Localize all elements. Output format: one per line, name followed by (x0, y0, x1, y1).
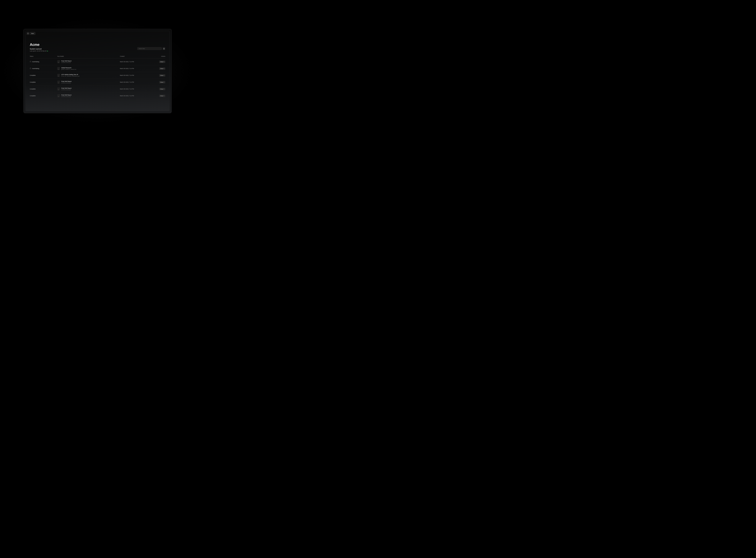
file-meta: Final HMI Reportc2345f1cdcb0.pdf (61, 87, 72, 91)
table-body: AssimilatingPDFFinal HMI Reportc2345f1cd… (30, 58, 165, 99)
file-name: Global Research (61, 67, 76, 69)
status-label: Complete (30, 88, 36, 90)
created-cell: March 28 2023, 7:14 PM (120, 88, 153, 90)
table-row: AssimilatingXLSGlobal Researchglobal_res… (30, 65, 165, 72)
show-button[interactable]: Show (159, 74, 165, 77)
file-name: Final HMI Report (61, 60, 72, 62)
show-button[interactable]: Show (159, 88, 165, 90)
file-icon: PDF (57, 60, 60, 63)
file-subname: global_research_defined.xls (61, 69, 76, 70)
panel-inner: Back Acme System synced Last synch: 10:4… (25, 31, 170, 111)
details-cell: PDFFinal HMI Reportc2345f1cdcb0.pdf (57, 60, 120, 63)
show-button[interactable]: Show (159, 81, 165, 83)
show-button[interactable]: Show (159, 61, 165, 63)
sync-time-label: Last synch: 10:49 PM Mar 28 (30, 50, 47, 52)
file-meta: UTP Vehicle Setting Test JPUT14_JP_SetTe… (61, 74, 80, 77)
details-cell: PDFFinal HMI Reportc2345f1cdcb0.pdf (57, 87, 120, 91)
file-subname: c2345f1cdcb0.pdf (61, 62, 72, 63)
show-button[interactable]: Show (159, 95, 165, 97)
sync-time-row: Last synch: 10:49 PM Mar 28 (30, 50, 48, 52)
file-icon: PDF (57, 87, 60, 91)
upload-button[interactable] (163, 47, 165, 50)
status-label: Complete (30, 75, 36, 76)
file-table: Status Key Details Created Actions Assim… (30, 55, 165, 99)
created-cell: March 28 2023, 7:14 PM (120, 81, 153, 83)
sync-status: System synced (30, 48, 48, 50)
actions-cell: Show (153, 95, 165, 97)
created-cell: March 28 2023, 7:14 PM (120, 75, 153, 76)
file-subname: UT14_JP_SetTest_Finalreport.pdf (61, 76, 80, 77)
status-cell: Complete (30, 81, 57, 83)
spinner-icon (30, 61, 31, 62)
created-cell: March 28 2023, 7:14 PM (120, 61, 153, 62)
apps-grid-button[interactable] (27, 32, 29, 35)
show-button-label: Show (160, 81, 163, 83)
chevron-down-icon (164, 82, 164, 82)
table-row: CompletePDFUTP Vehicle Setting Test JPUT… (30, 72, 165, 79)
details-cell: XLSGlobal Researchglobal_research_define… (57, 67, 120, 70)
actions-cell: Show (153, 68, 165, 70)
column-header-created: Created (120, 55, 153, 57)
actions-cell: Show (153, 88, 165, 90)
status-cell: Complete (30, 95, 57, 97)
created-cell: March 28 2023, 7:14 PM (120, 68, 153, 69)
apps-grid-icon (28, 33, 28, 34)
details-cell: PDFUTP Vehicle Setting Test JPUT14_JP_Se… (57, 74, 120, 77)
column-header-actions: Actions (153, 55, 165, 57)
status-label: Assimilating (32, 61, 39, 62)
status-indicator-dot (47, 51, 48, 51)
file-icon: PDF (57, 94, 60, 97)
file-meta: Global Researchglobal_research_defined.x… (61, 67, 76, 70)
chevron-down-icon (164, 96, 164, 96)
show-button-label: Show (160, 88, 163, 90)
file-meta: Final HMI Reportc2345f1cdcb0.pdf (61, 81, 72, 84)
file-subname: c2345f1cdcb0.pdf (61, 89, 72, 91)
file-name: Final HMI Report (61, 81, 72, 82)
page-title: Acme (30, 43, 48, 47)
status-label: Complete (30, 95, 36, 97)
file-icon: PDF (57, 74, 60, 77)
file-name: Final HMI Report (61, 94, 72, 96)
table-header: Status Key Details Created Actions (30, 55, 165, 58)
status-cell: Complete (30, 75, 57, 76)
status-cell: Assimilating (30, 61, 57, 62)
header-actions (137, 47, 165, 50)
file-subname: c2345f1cdcb0.pdf (61, 96, 72, 97)
upload-icon (163, 48, 165, 49)
file-meta: Final HMI Reportc2345f1cdcb0.pdf (61, 94, 72, 97)
status-cell: Assimilating (30, 68, 57, 69)
back-button[interactable]: Back (30, 32, 35, 35)
show-button[interactable]: Show (159, 68, 165, 70)
chevron-down-icon (164, 68, 164, 69)
created-cell: March 28 2023, 7:14 PM (120, 95, 153, 97)
show-button-label: Show (160, 61, 163, 62)
show-button-label: Show (160, 95, 163, 97)
file-name: UTP Vehicle Setting Test JP (61, 74, 80, 75)
top-nav: Back (27, 32, 35, 35)
page-header: Acme System synced Last synch: 10:49 PM … (30, 43, 48, 52)
details-cell: PDFFinal HMI Reportc2345f1cdcb0.pdf (57, 81, 120, 84)
show-button-label: Show (160, 75, 163, 76)
file-subname: c2345f1cdcb0.pdf (61, 82, 72, 84)
file-icon: PDF (57, 81, 60, 84)
file-name: Final HMI Report (61, 87, 72, 89)
chevron-down-icon (164, 61, 164, 62)
table-row: CompletePDFFinal HMI Reportc2345f1cdcb0.… (30, 79, 165, 86)
status-cell: Complete (30, 88, 57, 90)
table-row: CompletePDFFinal HMI Reportc2345f1cdcb0.… (30, 93, 165, 99)
actions-cell: Show (153, 74, 165, 77)
column-header-details: Key Details (57, 55, 120, 57)
spinner-icon (30, 68, 31, 69)
search-input[interactable] (137, 47, 162, 50)
file-icon: XLS (57, 67, 60, 70)
table-row: AssimilatingPDFFinal HMI Reportc2345f1cd… (30, 58, 165, 65)
show-button-label: Show (160, 68, 163, 69)
actions-cell: Show (153, 81, 165, 83)
status-label: Assimilating (32, 68, 39, 69)
status-label: Complete (30, 81, 36, 83)
table-row: CompletePDFFinal HMI Reportc2345f1cdcb0.… (30, 86, 165, 93)
details-cell: PDFFinal HMI Reportc2345f1cdcb0.pdf (57, 94, 120, 97)
actions-cell: Show (153, 61, 165, 63)
app-panel: Back Acme System synced Last synch: 10:4… (23, 29, 171, 113)
chevron-down-icon (164, 75, 164, 76)
